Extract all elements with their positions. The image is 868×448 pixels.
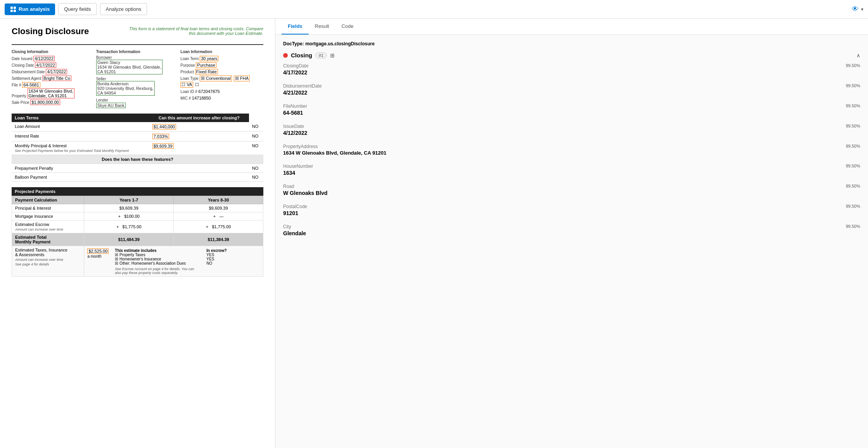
field-value: 1634 xyxy=(283,170,860,176)
field-item: IssueDate 99.50% 4/12/2022 xyxy=(283,124,860,138)
field-value: 91201 xyxy=(283,210,860,216)
field-label: PostalCode 99.50% xyxy=(283,204,860,209)
run-icon xyxy=(10,6,16,12)
field-item: FileNumber 99.50% 64-5681 xyxy=(283,103,860,117)
field-item: PropertyAddress 99.50% 1634 W Glenoaks B… xyxy=(283,144,860,157)
field-confidence: 99.50% xyxy=(846,144,860,149)
field-label: HouseNumber 99.50% xyxy=(283,164,860,169)
disbursement-date: Disbursement Date 4/17/2022 xyxy=(12,69,95,74)
loan-terms-col2-header: Can this amount increase after closing? xyxy=(149,114,249,122)
field-confidence: 99.50% xyxy=(846,103,860,109)
field-label: DisbursementDate 99.50% xyxy=(283,83,860,89)
field-confidence: 99.50% xyxy=(846,224,860,229)
table-row: Does the loan have these features? xyxy=(12,155,263,164)
svg-rect-1 xyxy=(14,7,16,9)
table-row: Estimated TotalMonthly Payment $11,484.3… xyxy=(12,233,263,246)
field-label: FileNumber 99.50% xyxy=(283,103,860,109)
lender: Lender Skye AU Bank xyxy=(96,98,179,108)
loan-product: Product Fixed Rate xyxy=(180,69,263,74)
file-number: File # 64-5681 xyxy=(12,82,95,88)
field-item: PostalCode 99.50% 91201 xyxy=(283,204,860,218)
run-analysis-button[interactable]: Run analysis xyxy=(5,3,55,15)
doctype-row: DocType: mortgage.us.closingDisclosure xyxy=(283,41,860,47)
projected-payments-header: Projected Payments xyxy=(12,187,263,196)
tab-fields[interactable]: Fields xyxy=(282,19,309,34)
table-row: Interest Rate 7.033% NO xyxy=(12,132,263,141)
loan-type: Loan Type ☒ Conventional ☒ FHA ☐ VA ☐ xyxy=(180,75,263,88)
table-row: Loan Amount $1,440,000 NO xyxy=(12,122,263,132)
proj-col-years1: Years 1-7 xyxy=(84,196,174,204)
table-row: Principal & Interest $9,609.39 $9,609.39 xyxy=(12,204,263,212)
escrow-includes: This estimate includes ☒ Property Taxes … xyxy=(115,248,200,275)
field-value: 1634 W Glenoaks Blvd, Glendale, CA 91201 xyxy=(283,150,860,156)
in-escrow: In escrow? YES YES NO xyxy=(206,248,227,275)
field-item: ClosingDate 99.50% 4/17/2022 xyxy=(283,63,860,77)
property: Property 1634 W Glenoaks Blvd,Glendale, … xyxy=(12,88,95,98)
field-confidence: 99.50% xyxy=(846,184,860,189)
query-fields-button[interactable]: Query fields xyxy=(58,3,97,15)
field-confidence: 99.50% xyxy=(846,164,860,169)
loan-info-col: Loan Information Loan Term 30 years Purp… xyxy=(180,50,263,108)
loan-info-header: Loan Information xyxy=(180,50,263,54)
main-layout: Closing Disclosure This form is a statem… xyxy=(0,19,868,448)
loan-term: Loan Term 30 years xyxy=(180,55,263,61)
chevron-down-icon[interactable]: ▾ xyxy=(861,7,863,12)
loan-terms-col1-header: Loan Terms xyxy=(12,114,149,122)
section-dot xyxy=(283,53,288,58)
tab-code[interactable]: Code xyxy=(335,19,360,34)
field-value: 4/21/2022 xyxy=(283,90,860,96)
toolbar: Run analysis Query fields Analyze option… xyxy=(0,0,868,19)
field-confidence: 99.50% xyxy=(846,124,860,129)
eye-icon[interactable]: 👁 xyxy=(852,5,859,13)
closing-date-issued: Date Issued 4/12/2022 xyxy=(12,55,95,61)
field-value: 64-5681 xyxy=(283,110,860,116)
transaction-info-col: Transaction Information Borrower Gwen St… xyxy=(96,50,179,108)
field-value: 4/12/2022 xyxy=(283,130,860,136)
settlement-agent: Settlement Agent Bright Title Co xyxy=(12,75,95,81)
right-panel: Fields Result Code DocType: mortgage.us.… xyxy=(275,19,868,448)
field-item: Road 99.50% W Glenoaks Blvd xyxy=(283,184,860,198)
proj-col-label: Payment Calculation xyxy=(12,196,84,204)
collapse-icon[interactable]: ∧ xyxy=(856,52,860,59)
field-confidence: 99.50% xyxy=(846,83,860,89)
sale-price: Sale Price $1,800,000.00 xyxy=(12,99,95,105)
doc-subtitle: This form is a statement of final loan t… xyxy=(128,26,263,36)
field-item: City 99.50% Glendale xyxy=(283,224,860,238)
field-label: PropertyAddress 99.50% xyxy=(283,144,860,149)
section-name: Closing xyxy=(291,52,312,59)
svg-rect-3 xyxy=(14,10,16,12)
closing-date: Closing Date 4/17/2022 xyxy=(12,62,95,68)
table-row: Prepayment Penalty NO xyxy=(12,164,263,173)
fields-list: ClosingDate 99.50% 4/17/2022 Disbursemen… xyxy=(283,63,860,238)
taxes-value: $2,525.00 a month xyxy=(87,248,109,275)
grid-icon[interactable]: ⊞ xyxy=(330,52,335,59)
section-badge: #1 xyxy=(315,52,327,59)
doc-title: Closing Disclosure xyxy=(12,26,89,36)
section-title-row: Closing #1 ⊞ ∧ xyxy=(283,52,860,59)
table-row: Estimated EscrowAmount can increase over… xyxy=(12,221,263,233)
proj-col-years2: Years 8-30 xyxy=(174,196,263,204)
field-confidence: 99.50% xyxy=(846,204,860,209)
table-row: Estimated Taxes, Insurance& Assessments … xyxy=(12,246,263,277)
transaction-info-header: Transaction Information xyxy=(96,50,179,54)
tab-result[interactable]: Result xyxy=(309,19,335,34)
field-label: ClosingDate 99.50% xyxy=(283,63,860,69)
svg-rect-2 xyxy=(10,10,13,12)
table-row: Monthly Principal & Interest See Project… xyxy=(12,141,263,155)
field-label: Road 99.50% xyxy=(283,184,860,189)
field-item: DisbursementDate 99.50% 4/21/2022 xyxy=(283,83,860,97)
document-panel: Closing Disclosure This form is a statem… xyxy=(0,19,275,448)
mic: MIC # 14718850 xyxy=(180,95,263,101)
loan-purpose: Purpose Purchase xyxy=(180,62,263,68)
seller: Seller Bonita Anderson920 University Blv… xyxy=(96,77,179,96)
closing-info-header: Closing Information xyxy=(12,50,95,54)
closing-info-col: Closing Information Date Issued 4/12/202… xyxy=(12,50,95,108)
field-label: City 99.50% xyxy=(283,224,860,229)
toolbar-right: 👁 ▾ xyxy=(852,5,863,13)
info-grid: Closing Information Date Issued 4/12/202… xyxy=(12,50,263,108)
right-content: DocType: mortgage.us.closingDisclosure C… xyxy=(275,35,868,448)
analyze-options-button[interactable]: Analyze options xyxy=(100,3,147,15)
table-row: Balloon Payment NO xyxy=(12,173,263,182)
field-value: Glendale xyxy=(283,230,860,236)
field-value: 4/17/2022 xyxy=(283,69,860,76)
